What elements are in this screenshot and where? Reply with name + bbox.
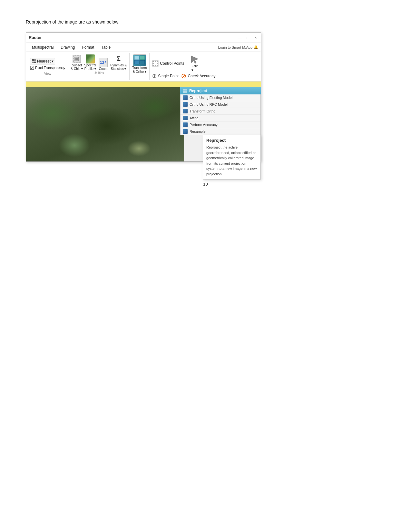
- reproject-item-1[interactable]: Ortho Using RPC Model: [181, 101, 260, 108]
- close-button[interactable]: ×: [253, 35, 258, 40]
- menu-drawing[interactable]: Drawing: [57, 44, 78, 51]
- subset-chip-button[interactable]: Subset& Chip ▾: [71, 54, 83, 71]
- reproject-list: Ortho Using Existing Model Ortho Using R…: [180, 94, 261, 135]
- minimize-button[interactable]: —: [238, 35, 243, 40]
- reproject-item-0[interactable]: Ortho Using Existing Model: [181, 94, 260, 101]
- svg-rect-12: [140, 56, 145, 60]
- pixel-transparency-label: Pixel Transparency: [35, 66, 65, 70]
- reproject-icon-5: [183, 129, 188, 134]
- reproject-icon-0: [183, 95, 188, 100]
- title-bar-controls: — □ ×: [238, 35, 258, 40]
- subset-chip-label: Subset& Chip ▾: [71, 63, 83, 71]
- checkbox-icon: [30, 66, 34, 70]
- menu-table[interactable]: Table: [98, 44, 114, 51]
- transform-ortho-group: Transform& Ortho ▾: [130, 53, 150, 80]
- edit-icon: [190, 54, 200, 64]
- reproject-item-4[interactable]: Perform Accuracy: [181, 121, 260, 128]
- edit-label: Edit▾: [191, 64, 198, 72]
- reproject-header: Reproject: [180, 87, 261, 94]
- reproject-header-label: Reproject: [189, 89, 207, 93]
- right-tools-group: Control Points Edit▾ Single Point: [150, 53, 258, 80]
- menu-bar-left: Multispectral Drawing Format Table: [29, 44, 114, 51]
- svg-marker-23: [191, 56, 198, 63]
- count-button[interactable]: 12³ Count: [97, 58, 109, 71]
- svg-rect-15: [152, 61, 154, 62]
- yellow-banner: [26, 82, 261, 87]
- right-tools-row2: Single Point Check Accuracy: [152, 73, 256, 79]
- svg-rect-3: [32, 62, 34, 63]
- content-area: Reproject Ortho Using Existing Model Ort…: [26, 87, 261, 161]
- svg-rect-27: [183, 89, 185, 91]
- svg-rect-29: [183, 91, 185, 93]
- reproject-item-label-0: Ortho Using Existing Model: [190, 96, 232, 100]
- check-accuracy-label: Check Accuracy: [188, 74, 215, 78]
- reproject-header-icon: [183, 89, 187, 93]
- tooltip-title: Reproject: [206, 138, 257, 143]
- login-area[interactable]: Login to Smart M.App 🔔: [218, 45, 258, 49]
- view-group: Nearest ▾ Pixel Transparency View: [27, 53, 68, 80]
- check-accuracy-icon: [181, 73, 186, 79]
- subset-chip-icon: [72, 54, 81, 63]
- utilities-group: Subset& Chip ▾ SpectralProfile ▾ 12³ Cou…: [68, 53, 130, 80]
- transform-ortho-label: Transform& Ortho ▾: [132, 66, 147, 74]
- title-bar: Raster — □ ×: [26, 33, 261, 43]
- edit-button[interactable]: Edit▾: [187, 54, 200, 72]
- svg-point-25: [154, 75, 155, 77]
- menu-format[interactable]: Format: [79, 44, 97, 51]
- reproject-item-label-3: Affine: [190, 116, 199, 120]
- pyramids-button[interactable]: Σ Pyramids &Statistics ▾: [110, 54, 127, 71]
- svg-rect-30: [185, 91, 187, 93]
- page-number: 10: [26, 182, 385, 187]
- pyramids-icon: Σ: [114, 54, 123, 63]
- maximize-button[interactable]: □: [245, 35, 250, 40]
- count-icon: 12³: [99, 58, 108, 67]
- reproject-item-3[interactable]: Affine: [181, 115, 260, 121]
- reproject-item-label-5: Resample: [190, 130, 206, 133]
- utilities-icons: Subset& Chip ▾ SpectralProfile ▾ 12³ Cou…: [71, 54, 127, 71]
- view-group-label: View: [30, 72, 65, 75]
- login-icon: 🔔: [254, 45, 258, 49]
- window-title: Raster: [29, 35, 42, 40]
- transform-ortho-icon: [133, 54, 146, 66]
- svg-rect-0: [32, 59, 34, 61]
- right-tools-row1: Control Points Edit▾: [152, 54, 256, 72]
- dropdown-overlay: Reproject Ortho Using Existing Model Ort…: [180, 87, 261, 135]
- single-point-icon: [152, 74, 157, 78]
- svg-rect-17: [157, 61, 158, 62]
- menu-bar: Multispectral Drawing Format Table Login…: [26, 43, 261, 52]
- check-accuracy-button[interactable]: Check Accuracy: [181, 73, 215, 79]
- svg-rect-21: [155, 65, 156, 66]
- reproject-icon-2: [183, 109, 188, 113]
- nearest-label: Nearest ▾: [37, 59, 54, 63]
- svg-text:Σ: Σ: [117, 55, 121, 62]
- tooltip-popup: Reproject Reproject the active georefere…: [203, 135, 261, 179]
- svg-rect-1: [34, 59, 36, 61]
- nearest-button[interactable]: Nearest ▾: [30, 58, 55, 64]
- spectral-profile-icon: [86, 54, 95, 63]
- pixel-transparency-toggle[interactable]: Pixel Transparency: [30, 66, 65, 70]
- reproject-item-5[interactable]: Resample: [181, 128, 260, 135]
- menu-multispectral[interactable]: Multispectral: [29, 44, 57, 51]
- single-point-button[interactable]: Single Point: [152, 74, 179, 78]
- control-points-icon: [152, 60, 159, 67]
- svg-rect-20: [152, 65, 154, 66]
- control-points-button[interactable]: Control Points: [152, 60, 184, 67]
- reproject-item-label-4: Perform Accuracy: [190, 123, 218, 127]
- svg-rect-18: [152, 63, 154, 64]
- transform-ortho-button[interactable]: Transform& Ortho ▾: [132, 54, 147, 74]
- application-window: Raster — □ × Multispectral Drawing Forma…: [26, 32, 261, 162]
- svg-rect-8: [75, 58, 78, 60]
- svg-rect-2: [34, 62, 36, 63]
- resample-icon: [32, 59, 36, 63]
- ribbon-toolbar: Nearest ▾ Pixel Transparency View: [26, 52, 261, 82]
- reproject-icon-3: [183, 116, 188, 120]
- single-point-label: Single Point: [158, 74, 179, 78]
- svg-rect-10: [134, 56, 139, 60]
- spectral-profile-button[interactable]: SpectralProfile ▾: [84, 54, 96, 71]
- count-label: Count: [99, 67, 108, 71]
- svg-rect-28: [185, 89, 187, 91]
- reproject-icon-4: [183, 122, 188, 127]
- reproject-item-2[interactable]: Transform Ortho: [181, 108, 260, 115]
- svg-rect-22: [157, 65, 158, 66]
- reproject-icon-1: [183, 102, 188, 107]
